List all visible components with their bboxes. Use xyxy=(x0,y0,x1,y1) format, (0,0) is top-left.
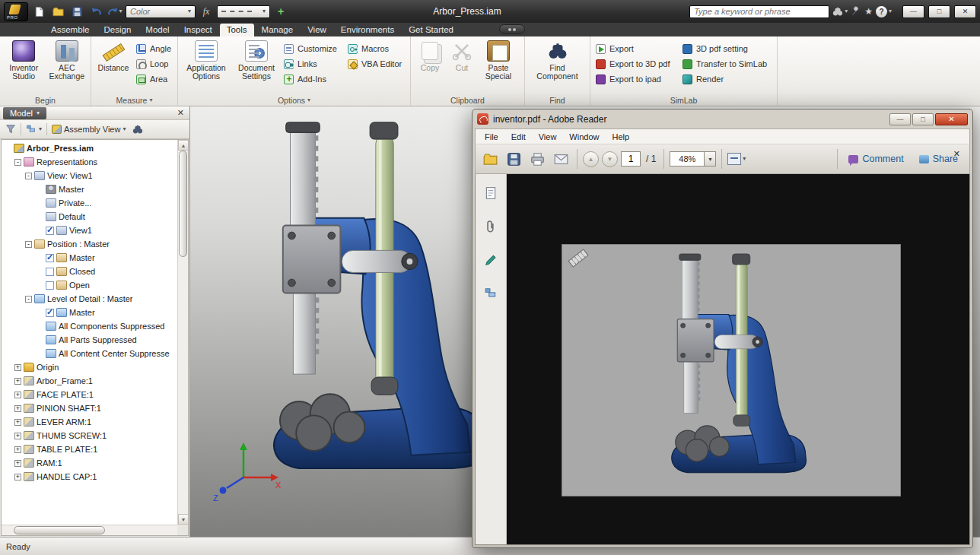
zoom-control[interactable]: 48% ▼ xyxy=(670,151,716,166)
tree-expander-icon[interactable] xyxy=(14,364,21,371)
search-scope-button[interactable]: ▾ xyxy=(832,6,848,17)
maximize-button[interactable]: □ xyxy=(928,5,950,18)
aec-exchange-button[interactable]: AEC Exchange xyxy=(46,39,88,82)
favorites-star-icon[interactable]: ★ xyxy=(864,6,873,17)
reader-document-close-icon[interactable]: ✕ xyxy=(949,149,965,159)
pdf-page[interactable] xyxy=(562,245,900,496)
ribbon-tab[interactable]: View xyxy=(301,24,333,36)
tree-item[interactable]: All Content Center Suppresse xyxy=(2,347,177,360)
tree-checkbox[interactable] xyxy=(46,254,54,262)
help-button[interactable]: ?▾ xyxy=(876,6,892,17)
scrollbar-thumb[interactable] xyxy=(179,151,187,257)
tree-expander-icon[interactable] xyxy=(14,474,21,480)
ribbon-tab[interactable]: Get Started xyxy=(402,24,460,36)
scrollbar-thumb[interactable] xyxy=(14,526,105,534)
line-style-combo[interactable]: ▾ xyxy=(217,5,270,18)
attachments-panel-button[interactable] xyxy=(484,220,498,233)
tree-expander-icon[interactable] xyxy=(14,405,21,412)
tree-expander-icon[interactable] xyxy=(14,446,21,453)
reader-minimize-button[interactable]: — xyxy=(889,113,911,125)
tree-item[interactable]: TABLE PLATE:1 xyxy=(2,442,177,456)
pages-panel-button[interactable] xyxy=(484,186,498,200)
ribbon-tab[interactable]: Model xyxy=(138,24,176,36)
reader-menu-item[interactable]: File xyxy=(479,131,504,143)
options-tool-button[interactable]: VBA Editor xyxy=(345,58,406,70)
zoom-level-value[interactable]: 48% xyxy=(670,151,705,166)
redo-button[interactable]: ▾ xyxy=(107,4,123,19)
tree-expander-icon[interactable] xyxy=(14,392,21,398)
tree-item[interactable]: Closed xyxy=(2,265,177,278)
tree-item[interactable]: LEVER ARM:1 xyxy=(2,415,177,429)
measure-tool-button[interactable]: Area xyxy=(134,73,173,85)
simlab-tool-button[interactable]: 3D pdf setting xyxy=(680,43,773,55)
tree-item[interactable]: Default xyxy=(2,210,177,224)
reader-menu-item[interactable]: Help xyxy=(606,131,635,143)
tree-item[interactable]: All Parts Suppressed xyxy=(2,333,177,347)
ribbon-tab[interactable]: Environments xyxy=(334,24,401,36)
page-number-input[interactable] xyxy=(621,151,641,166)
tree-item[interactable]: Arbor_Press.iam xyxy=(2,141,177,155)
ribbon-tab[interactable]: Assemble xyxy=(44,24,97,36)
options-tool-button[interactable]: Macros xyxy=(345,43,406,55)
simlab-tool-button[interactable]: Export to ipad xyxy=(593,73,679,85)
reader-maximize-button[interactable]: □ xyxy=(912,113,934,125)
simlab-tool-button[interactable]: Export xyxy=(593,43,679,55)
tree-expander-icon[interactable] xyxy=(25,296,32,303)
cut-button[interactable]: Cut xyxy=(447,39,476,74)
ribbon-tab[interactable]: Tools xyxy=(220,24,254,36)
reader-menu-item[interactable]: View xyxy=(533,131,563,143)
tree-expander-icon[interactable] xyxy=(14,460,21,467)
add-button[interactable]: + xyxy=(272,4,289,19)
ribbon-overflow-button[interactable] xyxy=(499,24,525,34)
tree-expander-icon[interactable] xyxy=(14,378,21,385)
tree-expander-icon[interactable] xyxy=(14,419,21,426)
undo-button[interactable] xyxy=(88,4,104,19)
document-settings-button[interactable]: Document Settings xyxy=(233,39,280,82)
simlab-tool-button[interactable]: Render xyxy=(680,73,773,85)
tree-horizontal-scrollbar[interactable] xyxy=(2,525,177,535)
comment-button[interactable]: Comment xyxy=(842,154,910,164)
tree-expander-icon[interactable] xyxy=(25,241,32,248)
reader-menu-item[interactable]: Window xyxy=(563,131,605,143)
find-component-button[interactable]: Find Component xyxy=(531,39,584,82)
tree-item[interactable]: THUMB SCREW:1 xyxy=(2,429,177,442)
browser-filter-button[interactable] xyxy=(3,122,18,137)
options-tool-button[interactable]: Links xyxy=(282,58,344,70)
fit-width-button[interactable]: ▾ xyxy=(727,153,746,165)
browser-display-options-button[interactable]: ▾ xyxy=(24,122,44,137)
measure-tool-button[interactable]: Angle xyxy=(134,43,173,55)
tree-checkbox[interactable] xyxy=(46,268,54,276)
zoom-dropdown-icon[interactable]: ▼ xyxy=(705,151,716,166)
wrench-icon[interactable] xyxy=(851,6,861,17)
tree-expander-icon[interactable] xyxy=(14,159,21,166)
paste-special-button[interactable]: Paste Special xyxy=(478,39,519,82)
new-file-button[interactable] xyxy=(30,4,47,19)
open-file-button[interactable] xyxy=(49,4,66,19)
tree-checkbox[interactable] xyxy=(46,281,54,290)
reader-menu-item[interactable]: Edit xyxy=(505,131,532,143)
reader-close-button[interactable]: ✕ xyxy=(935,113,968,125)
tree-item[interactable]: Master xyxy=(2,251,177,265)
copy-button[interactable]: Copy xyxy=(414,39,446,74)
tree-item[interactable]: Private... xyxy=(2,196,177,210)
reader-print-button[interactable] xyxy=(527,149,548,170)
options-tool-button[interactable]: Customize xyxy=(282,43,344,55)
application-options-button[interactable]: Application Options xyxy=(181,39,231,82)
reader-open-button[interactable] xyxy=(480,149,501,170)
tree-expander-icon[interactable] xyxy=(14,433,21,439)
tree-expander-icon[interactable] xyxy=(25,173,32,179)
tree-checkbox[interactable] xyxy=(46,227,54,235)
parameters-fx-button[interactable]: fx xyxy=(198,4,215,19)
simlab-tool-button[interactable]: Transfer to SimLab xyxy=(680,58,773,70)
bookmarks-panel-button[interactable] xyxy=(484,287,498,300)
color-override-combo[interactable]: Color ▾ xyxy=(126,5,196,18)
ribbon-tab[interactable]: Design xyxy=(97,24,138,36)
inventor-studio-button[interactable]: Inventor Studio xyxy=(3,39,45,82)
tree-item[interactable]: Arbor_Frame:1 xyxy=(2,374,177,388)
tree-item[interactable]: FACE PLATE:1 xyxy=(2,388,177,401)
ribbon-tab[interactable]: Manage xyxy=(255,24,301,36)
tree-item[interactable]: Master xyxy=(2,182,177,196)
tree-item[interactable]: Representations xyxy=(2,155,177,169)
browser-close-icon[interactable]: ✕ xyxy=(175,108,186,118)
measure-tool-button[interactable]: Loop xyxy=(134,58,173,70)
